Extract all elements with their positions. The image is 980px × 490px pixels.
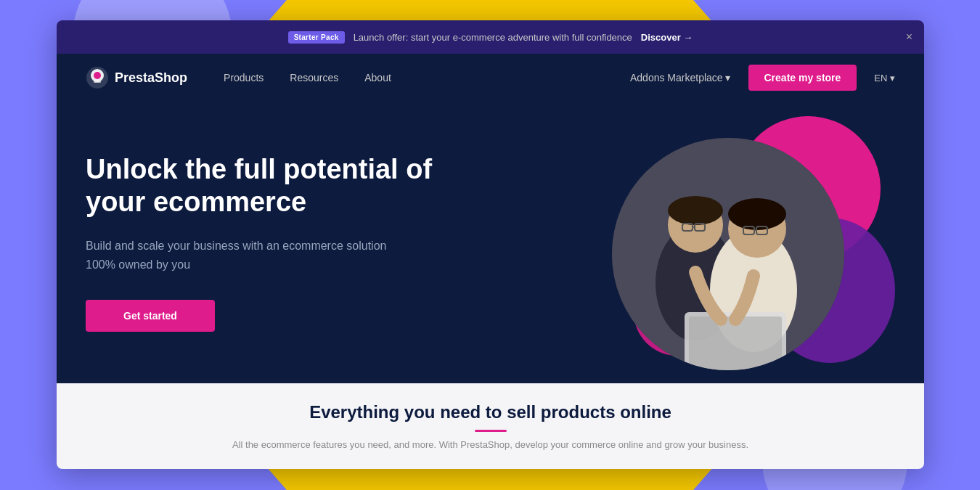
nav-right: Addons Marketplace ▾ Create my store EN …: [630, 65, 895, 91]
lower-divider: [475, 430, 507, 432]
lower-section: Everything you need to sell products onl…: [57, 383, 924, 469]
svg-point-7: [668, 196, 723, 225]
lower-section-title: Everything you need to sell products onl…: [309, 402, 671, 422]
hero-photo-circle: [612, 138, 844, 370]
hero-content: Unlock the full potential of your ecomme…: [86, 153, 492, 332]
svg-rect-3: [94, 81, 101, 83]
hero-subtitle: Build and scale your business with an ec…: [86, 237, 405, 274]
lower-section-subtitle: All the ecommerce features you need, and…: [232, 439, 748, 450]
starter-pack-badge: Starter Pack: [288, 31, 345, 44]
hero-section: Unlock the full potential of your ecomme…: [57, 102, 924, 383]
announcement-message: Launch offer: start your e-commerce adve…: [354, 32, 632, 43]
logo[interactable]: PrestaShop: [86, 66, 187, 89]
hero-title: Unlock the full potential of your ecomme…: [86, 153, 492, 219]
svg-point-13: [728, 198, 786, 230]
create-store-button[interactable]: Create my store: [748, 65, 857, 91]
main-window: Starter Pack Launch offer: start your e-…: [57, 20, 924, 469]
svg-point-2: [94, 72, 101, 79]
announcement-bar: Starter Pack Launch offer: start your e-…: [57, 20, 924, 54]
addons-marketplace-link[interactable]: Addons Marketplace ▾: [630, 72, 731, 83]
hero-image-area: [590, 116, 895, 377]
nav-item-about[interactable]: About: [364, 72, 391, 83]
nav-links: Products Resources About: [224, 72, 630, 83]
prestashop-logo-icon: [86, 66, 109, 89]
people-illustration: [612, 138, 844, 370]
nav-item-resources[interactable]: Resources: [290, 72, 338, 83]
nav-item-products[interactable]: Products: [224, 72, 264, 83]
close-announcement-button[interactable]: ×: [906, 31, 912, 43]
navbar: PrestaShop Products Resources About Addo…: [57, 54, 924, 102]
discover-link[interactable]: Discover →: [641, 32, 693, 43]
get-started-button[interactable]: Get started: [86, 300, 215, 332]
language-selector[interactable]: EN ▾: [874, 73, 895, 83]
logo-text: PrestaShop: [115, 70, 187, 86]
